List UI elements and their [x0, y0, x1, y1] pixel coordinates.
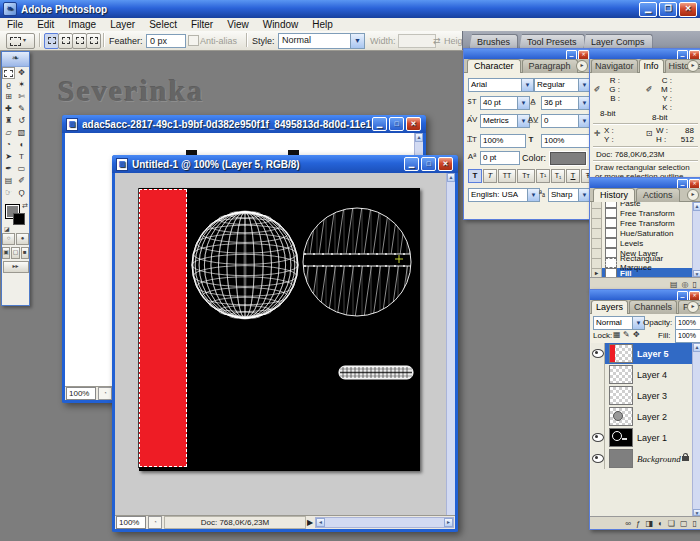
- link-layers-button[interactable]: ∞: [625, 519, 631, 528]
- eyedropper-tool[interactable]: ✐: [15, 175, 28, 187]
- shape-tool[interactable]: ▭: [15, 163, 28, 175]
- font-style-select[interactable]: Regular▼: [534, 78, 591, 92]
- intersect-selection-button[interactable]: [86, 33, 101, 49]
- app-titlebar[interactable]: ❧ Adobe Photoshop ▁ ❐ ✕: [0, 0, 700, 18]
- doc2-zoom-field[interactable]: 100%: [116, 516, 146, 529]
- layer-row-layer2[interactable]: Layer 2: [591, 406, 693, 428]
- layer-style-button[interactable]: ƒ: [636, 519, 640, 528]
- feather-input[interactable]: 0 px: [146, 34, 186, 48]
- layer-mask-button[interactable]: ◨: [645, 519, 653, 528]
- doc2-status-icon[interactable]: ◔: [148, 516, 162, 529]
- gradient-tool[interactable]: ▧: [15, 127, 28, 139]
- tool-preset-button[interactable]: ▾: [6, 33, 35, 49]
- close-button[interactable]: ✕: [679, 2, 697, 17]
- opacity-input[interactable]: 100%: [675, 316, 700, 330]
- doc1-status-icon[interactable]: ◔: [98, 387, 112, 400]
- tab-channels[interactable]: Channels: [629, 300, 677, 314]
- subtract-selection-button[interactable]: [72, 33, 87, 49]
- layers-scrollbar[interactable]: ▲ ▼: [692, 343, 700, 516]
- leading-select[interactable]: 36 pt▼: [541, 96, 591, 110]
- history-panel-titlebar[interactable]: ▁ ✕: [590, 178, 700, 188]
- language-select[interactable]: English: USA▼: [468, 188, 540, 202]
- add-selection-button[interactable]: [58, 33, 73, 49]
- document-window-2[interactable]: ▨ Untitled-1 @ 100% (Layer 5, RGB/8) ▁ □…: [112, 155, 458, 532]
- brush-tool[interactable]: ✎: [15, 103, 28, 115]
- zoom-tool[interactable]: Ϙ: [15, 187, 28, 199]
- crop-tool[interactable]: ⊞: [2, 91, 15, 103]
- doc1-maximize-button[interactable]: □: [389, 117, 404, 131]
- lock-paint-icon[interactable]: ✎: [623, 330, 630, 339]
- hand-tool[interactable]: ☞: [2, 187, 15, 199]
- background-thumbnail[interactable]: [609, 449, 633, 468]
- tab-paragraph[interactable]: Paragraph: [522, 59, 578, 73]
- new-snapshot-button[interactable]: ◎: [682, 280, 689, 289]
- delete-layer-button[interactable]: ▯: [693, 519, 697, 528]
- slice-tool[interactable]: ✄: [15, 91, 28, 103]
- doc1-zoom-field[interactable]: 100%: [66, 387, 96, 400]
- doc1-titlebar[interactable]: ▨ adac5acc-2817-49c1-b9bf-0d382e950f1f_8…: [62, 115, 426, 133]
- minimize-button[interactable]: ▁: [639, 2, 657, 17]
- doc2-minimize-button[interactable]: ▁: [404, 157, 419, 171]
- panel-menu-icon[interactable]: ▸: [687, 189, 699, 201]
- width-input[interactable]: [398, 34, 436, 48]
- adjustment-layer-button[interactable]: ◐: [658, 519, 663, 528]
- visibility-toggle[interactable]: [591, 448, 605, 469]
- menu-file[interactable]: File: [0, 18, 30, 31]
- layer5-thumbnail[interactable]: [609, 344, 633, 363]
- tab-layers[interactable]: Layers: [591, 300, 628, 314]
- layer1-thumbnail[interactable]: [609, 428, 633, 447]
- tab-actions[interactable]: Actions: [636, 188, 680, 202]
- scroll-up-icon[interactable]: ▲: [415, 133, 423, 142]
- visibility-toggle[interactable]: [591, 343, 605, 364]
- imageready-button[interactable]: ▸▸: [3, 261, 29, 273]
- new-selection-button[interactable]: [44, 33, 59, 49]
- menu-filter[interactable]: Filter: [184, 18, 220, 31]
- move-tool[interactable]: ✥: [15, 67, 28, 79]
- lock-move-icon[interactable]: ✥: [633, 330, 640, 339]
- restore-button[interactable]: ❐: [659, 2, 677, 17]
- layer-row-layer1[interactable]: Layer 1: [591, 427, 693, 449]
- layer-row-background[interactable]: Background: [591, 448, 693, 470]
- underline-button[interactable]: T: [566, 169, 580, 183]
- scroll-up-icon[interactable]: ▲: [693, 343, 700, 352]
- scroll-down-icon[interactable]: ▼: [693, 270, 700, 277]
- blur-tool[interactable]: ◔: [2, 139, 15, 151]
- small-caps-button[interactable]: Tᴛ: [517, 169, 535, 183]
- layers-panel-titlebar[interactable]: ▁ ✕: [590, 290, 700, 300]
- swap-colors-icon[interactable]: ⇄: [22, 202, 28, 210]
- doc2-titlebar[interactable]: ▨ Untitled-1 @ 100% (Layer 5, RGB/8) ▁ □…: [112, 155, 458, 173]
- antialias-checkbox[interactable]: [188, 35, 199, 46]
- layer-row-layer3[interactable]: Layer 3: [591, 385, 693, 407]
- kerning-select[interactable]: Metrics▼: [480, 114, 530, 128]
- type-tool[interactable]: T: [15, 151, 28, 163]
- history-item[interactable]: Hue/Saturation: [591, 228, 693, 238]
- clone-stamp-tool[interactable]: ♜: [2, 115, 15, 127]
- superscript-button[interactable]: T¹: [536, 169, 550, 183]
- scroll-right-icon[interactable]: ►: [444, 518, 453, 527]
- baseline-shift-input[interactable]: 0 pt: [480, 151, 520, 165]
- horizontal-scale-input[interactable]: 100%: [541, 134, 591, 148]
- eraser-tool[interactable]: ▱: [2, 127, 15, 139]
- vertical-scale-input[interactable]: 100%: [480, 134, 526, 148]
- doc2-canvas[interactable]: [139, 188, 420, 471]
- tab-history[interactable]: History: [593, 188, 635, 202]
- visibility-toggle[interactable]: [591, 427, 605, 448]
- rectangular-marquee-tool[interactable]: [2, 67, 15, 79]
- doc1-minimize-button[interactable]: ▁: [372, 117, 387, 131]
- scroll-left-icon[interactable]: ◄: [316, 518, 325, 527]
- tab-character[interactable]: Character: [467, 59, 521, 73]
- lasso-tool[interactable]: ϱ: [2, 79, 15, 91]
- new-doc-from-state-button[interactable]: ▤: [670, 280, 678, 289]
- toolbox-grip[interactable]: ❧: [2, 52, 29, 67]
- text-color-swatch[interactable]: [550, 152, 586, 165]
- notes-tool[interactable]: ▤: [2, 175, 15, 187]
- doc2-maximize-button[interactable]: □: [421, 157, 436, 171]
- background-color-swatch[interactable]: [13, 213, 25, 225]
- history-item[interactable]: Free Transform: [591, 208, 693, 218]
- panel-menu-icon[interactable]: ▸: [687, 60, 699, 72]
- menu-select[interactable]: Select: [142, 18, 184, 31]
- history-item[interactable]: Levels: [591, 238, 693, 248]
- menu-image[interactable]: Image: [61, 18, 103, 31]
- layer-row-layer4[interactable]: Layer 4: [591, 364, 693, 386]
- blend-mode-select[interactable]: Normal▼: [593, 316, 645, 330]
